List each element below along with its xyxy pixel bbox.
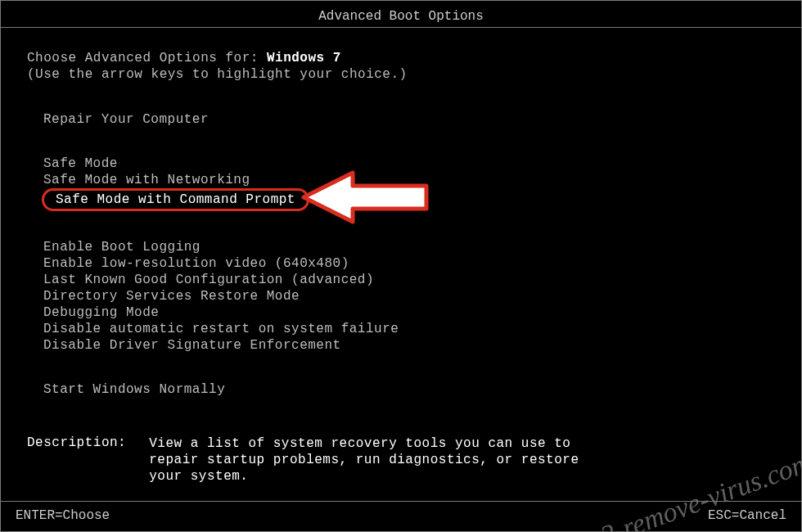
menu-item[interactable]: Safe Mode bbox=[42, 156, 119, 172]
hint-line: (Use the arrow keys to highlight your ch… bbox=[27, 67, 775, 82]
title-bar: Advanced Boot Options bbox=[1, 1, 801, 28]
menu-item[interactable]: Enable Boot Logging bbox=[42, 239, 202, 255]
menu-item[interactable]: Safe Mode with Command Prompt bbox=[42, 188, 309, 211]
description-label: Description: bbox=[27, 435, 126, 485]
menu-item[interactable]: Start Windows Normally bbox=[42, 381, 227, 398]
page-title: Advanced Boot Options bbox=[318, 9, 484, 24]
description-text: View a list of system recovery tools you… bbox=[149, 435, 583, 485]
menu-item[interactable]: Repair Your Computer bbox=[42, 111, 210, 128]
menu-item[interactable]: Disable Driver Signature Enforcement bbox=[42, 337, 343, 354]
choose-line: Choose Advanced Options for: Windows 7 bbox=[27, 51, 775, 65]
content-area: Choose Advanced Options for: Windows 7 (… bbox=[1, 28, 801, 485]
choose-prefix: Choose Advanced Options for: bbox=[27, 51, 259, 65]
boot-menu[interactable]: Repair Your ComputerSafe ModeSafe Mode w… bbox=[27, 111, 775, 398]
menu-group-gap bbox=[42, 211, 775, 239]
status-enter: ENTER=Choose bbox=[16, 508, 110, 523]
menu-item[interactable]: Disable automatic restart on system fail… bbox=[42, 321, 400, 337]
menu-group-gap bbox=[42, 128, 775, 156]
menu-item[interactable]: Safe Mode with Networking bbox=[42, 172, 252, 188]
description-block: Description: View a list of system recov… bbox=[27, 435, 775, 485]
os-name: Windows 7 bbox=[267, 51, 341, 65]
menu-group-gap bbox=[42, 354, 775, 381]
menu-item[interactable]: Directory Services Restore Mode bbox=[42, 288, 301, 304]
menu-item[interactable]: Enable low-resolution video (640x480) bbox=[42, 255, 351, 272]
status-bar: ENTER=Choose ESC=Cancel bbox=[1, 501, 801, 531]
menu-item[interactable]: Last Known Good Configuration (advanced) bbox=[42, 272, 376, 288]
menu-item[interactable]: Debugging Mode bbox=[42, 304, 160, 321]
status-esc: ESC=Cancel bbox=[708, 508, 786, 523]
